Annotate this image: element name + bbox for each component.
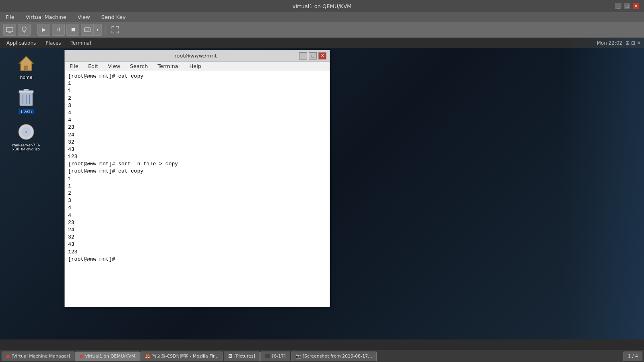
toolbar-fullscreen-button[interactable] bbox=[109, 24, 122, 36]
vm-titlebar: virtual1 on QEMU/KVM _ □ ✕ bbox=[0, 0, 644, 12]
disc-icon bbox=[17, 122, 36, 142]
vm-menu-send-key[interactable]: Send Key bbox=[99, 13, 128, 21]
vm-menu-file[interactable]: File bbox=[3, 13, 17, 21]
trash-svg-icon bbox=[18, 89, 34, 107]
toolbar-play-button[interactable]: ▶ bbox=[37, 24, 50, 36]
taskbar-817[interactable]: ⬛ [8-17] bbox=[260, 352, 290, 361]
snapshot-icon bbox=[84, 27, 91, 33]
terminal-content[interactable]: [root@www mnt]# cat copy1123442324324312… bbox=[65, 71, 330, 307]
guest-applications-menu[interactable]: Applications bbox=[3, 39, 39, 47]
desktop-icons: home Trash bbox=[12, 54, 40, 151]
toolbar-snapshot-button[interactable] bbox=[81, 24, 94, 36]
desktop-icon-home[interactable]: home bbox=[12, 54, 40, 80]
terminal-line: 24 bbox=[68, 226, 326, 234]
toolbar-display-button[interactable] bbox=[3, 24, 16, 36]
display-icon bbox=[6, 27, 13, 33]
terminal-line: 32 bbox=[68, 234, 326, 241]
terminal-line: 43 bbox=[68, 241, 326, 248]
toolbar-pause-button[interactable]: ⏸ bbox=[52, 24, 65, 36]
terminal-menu-help[interactable]: Help bbox=[188, 62, 203, 70]
terminal-line: [root@www mnt]# bbox=[68, 256, 326, 263]
home-icon-label: home bbox=[20, 75, 32, 80]
bulb-icon bbox=[21, 26, 27, 33]
vm-menu-virtual-machine[interactable]: Virtual Machine bbox=[23, 13, 69, 21]
vm-window: virtual1 on QEMU/KVM _ □ ✕ File Virtual … bbox=[0, 0, 644, 362]
desktop-icon-disc[interactable]: rhel-server-7.3-x86_64-dvd.iso bbox=[12, 122, 40, 151]
taskbar-screenshot-icon: 📷 bbox=[295, 354, 301, 359]
vm-toolbar: ▶ ⏸ ⏹ ▾ bbox=[0, 22, 644, 38]
taskbar-screenshot[interactable]: 📷 [Screenshot from 2019-08-17... bbox=[291, 352, 377, 361]
fullscreen-icon bbox=[111, 26, 119, 33]
terminal-maximize-button[interactable]: □ bbox=[309, 52, 317, 60]
terminal-line: 24 bbox=[68, 132, 326, 139]
home-svg-icon bbox=[17, 55, 35, 72]
guest-desktop: Applications Places Terminal Mon 22:02 ⊞… bbox=[0, 38, 644, 339]
terminal-menu-file[interactable]: File bbox=[68, 62, 80, 70]
terminal-line: 23 bbox=[68, 124, 326, 131]
guest-places-label: Places bbox=[45, 40, 61, 46]
terminal-menu-search[interactable]: Search bbox=[128, 62, 150, 70]
vm-content: Applications Places Terminal Mon 22:02 ⊞… bbox=[0, 38, 644, 339]
guest-terminal-menu[interactable]: Terminal bbox=[67, 39, 94, 47]
terminal-line: 2 bbox=[68, 95, 326, 102]
svg-rect-0 bbox=[6, 27, 13, 32]
terminal-minimize-button[interactable]: _ bbox=[299, 52, 307, 60]
guest-topbar-left: Applications Places Terminal bbox=[3, 39, 94, 47]
taskbar-firefox[interactable]: 🦊 写文章-CSDN博客 - Mozilla Fir... bbox=[140, 352, 223, 361]
terminal-close-button[interactable]: ✕ bbox=[318, 52, 326, 60]
terminal-line: 32 bbox=[68, 139, 326, 146]
svg-point-2 bbox=[22, 27, 26, 31]
home-icon bbox=[17, 54, 36, 73]
guest-places-menu[interactable]: Places bbox=[42, 39, 64, 47]
vm-menu-view[interactable]: View bbox=[75, 13, 93, 21]
terminal-line: 123 bbox=[68, 249, 326, 256]
taskbar-vm-manager[interactable]: ■ [Virtual Machine Manager] bbox=[2, 352, 74, 361]
trash-icon bbox=[17, 88, 36, 107]
disc-icon-label: rhel-server-7.3-x86_64-dvd.iso bbox=[12, 143, 40, 151]
terminal-line: 123 bbox=[68, 153, 326, 160]
svg-rect-5 bbox=[85, 28, 90, 32]
vm-minimize-button[interactable]: _ bbox=[615, 3, 621, 9]
taskbar-virtual1[interactable]: ■ virtual1 on QEMU/KVM bbox=[75, 352, 139, 361]
toolbar-snapshot-expand[interactable]: ▾ bbox=[94, 24, 102, 36]
toolbar-sep-1 bbox=[34, 25, 34, 35]
terminal-line: 1 bbox=[68, 80, 326, 87]
terminal-menu: File Edit View Search Terminal Help bbox=[65, 62, 330, 71]
terminal-line: 1 bbox=[68, 183, 326, 190]
toolbar-bulb-button[interactable] bbox=[18, 24, 31, 36]
vm-maximize-button[interactable]: □ bbox=[624, 3, 630, 9]
taskbar-page-indicator: 1 / 4 bbox=[623, 352, 642, 361]
svg-rect-8 bbox=[25, 66, 28, 71]
vm-taskbar: ■ [Virtual Machine Manager] ■ virtual1 o… bbox=[0, 350, 644, 362]
terminal-line: 3 bbox=[68, 102, 326, 109]
terminal-line: [root@www mnt]# cat copy bbox=[68, 168, 326, 175]
terminal-line: 4 bbox=[68, 117, 326, 124]
guest-topbar: Applications Places Terminal Mon 22:02 ⊞… bbox=[0, 38, 644, 48]
taskbar-vm-icon: ■ bbox=[6, 354, 10, 358]
terminal-line: 4 bbox=[68, 204, 326, 212]
vm-close-button[interactable]: ✕ bbox=[633, 3, 639, 9]
terminal-window: root@www:/mnt _ □ ✕ File Edit View Searc… bbox=[64, 50, 330, 307]
terminal-win-controls: _ □ ✕ bbox=[299, 52, 326, 60]
disc-svg-icon bbox=[18, 123, 35, 140]
toolbar-sep-2 bbox=[105, 25, 105, 35]
toolbar-snapshot-group: ▾ bbox=[81, 24, 102, 36]
desktop-icon-trash[interactable]: Trash bbox=[12, 88, 40, 114]
terminal-line: 3 bbox=[68, 197, 326, 204]
taskbar-pictures-label: [Pictures] bbox=[234, 354, 255, 359]
taskbar-v1-icon: ■ bbox=[80, 354, 83, 358]
terminal-line: 23 bbox=[68, 219, 326, 226]
taskbar-firefox-label: 写文章-CSDN博客 - Mozilla Fir... bbox=[152, 353, 219, 359]
taskbar-vm-manager-label: [Virtual Machine Manager] bbox=[11, 354, 70, 359]
terminal-line: 1 bbox=[68, 175, 326, 183]
terminal-menu-terminal[interactable]: Terminal bbox=[156, 62, 181, 70]
terminal-menu-view[interactable]: View bbox=[106, 62, 122, 70]
terminal-line: 2 bbox=[68, 190, 326, 197]
firefox-icon: 🦊 bbox=[145, 354, 151, 359]
toolbar-stop-button[interactable]: ⏹ bbox=[66, 24, 79, 36]
svg-point-18 bbox=[25, 131, 27, 133]
taskbar-pictures[interactable]: 🖼 [Pictures] bbox=[224, 352, 260, 361]
terminal-titlebar: root@www:/mnt _ □ ✕ bbox=[65, 50, 330, 62]
terminal-line: 4 bbox=[68, 212, 326, 219]
terminal-menu-edit[interactable]: Edit bbox=[87, 62, 100, 70]
